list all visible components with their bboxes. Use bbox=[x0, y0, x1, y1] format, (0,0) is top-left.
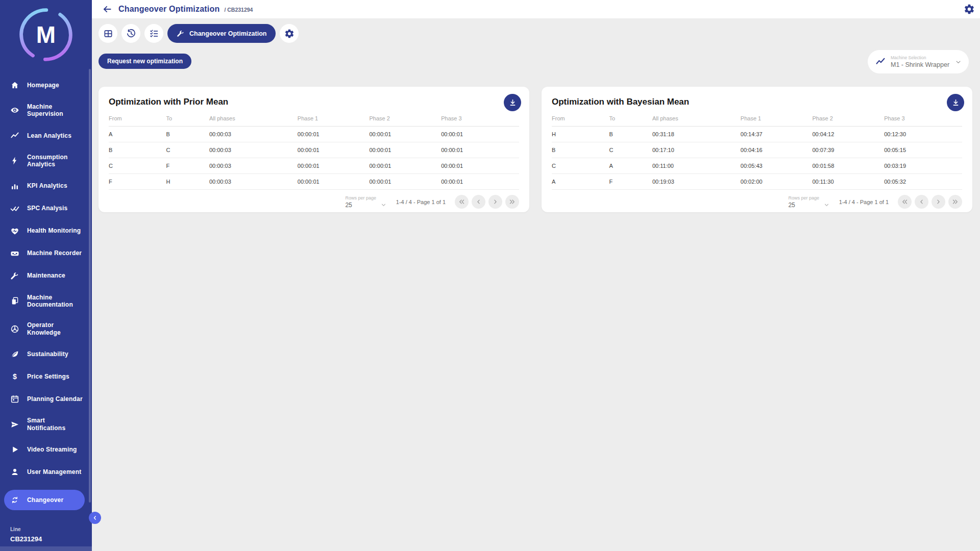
request-new-optimization-button[interactable]: Request new optimization bbox=[99, 54, 191, 69]
download-button[interactable] bbox=[504, 94, 521, 111]
sidebar-item-health-monitoring[interactable]: Health Monitoring bbox=[10, 227, 92, 236]
line-chart-icon bbox=[875, 57, 886, 67]
sidebar-item-video-streaming[interactable]: Video Streaming bbox=[10, 445, 92, 454]
sidebar-item-changeover[interactable]: Changeover bbox=[4, 490, 85, 510]
next-page-button[interactable] bbox=[932, 195, 945, 209]
sidebar-item-smart-notifications[interactable]: Smart Notifications bbox=[10, 417, 92, 432]
table-cell: 00:00:01 bbox=[298, 142, 370, 158]
next-page-button[interactable] bbox=[488, 195, 502, 209]
last-page-button[interactable] bbox=[505, 195, 519, 209]
sidebar-item-machine-supervision[interactable]: Machine Supervision bbox=[10, 103, 92, 118]
sidebar-scrollbar[interactable] bbox=[89, 69, 91, 503]
chevron-down-icon bbox=[380, 202, 387, 208]
sidebar-item-machine-recorder[interactable]: Machine Recorder bbox=[10, 249, 92, 258]
sidebar-item-homepage[interactable]: Homepage bbox=[10, 81, 92, 90]
table-row: BC00:17:1000:04:1600:07:3900:05:15 bbox=[552, 142, 962, 158]
sidebar-item-planning-calendar[interactable]: Planning Calendar bbox=[10, 394, 92, 404]
sidebar-item-machine-documentation[interactable]: Machine Documentation bbox=[10, 294, 92, 309]
rows-per-page-select[interactable]: Rows per page 25 bbox=[788, 195, 829, 209]
column-header: Phase 3 bbox=[884, 112, 962, 127]
table-cell: B bbox=[552, 142, 609, 158]
table-cell: B bbox=[166, 127, 209, 142]
dollar-icon: $ bbox=[10, 372, 19, 381]
checklist-icon bbox=[149, 29, 159, 39]
table-cell: A bbox=[609, 158, 652, 174]
sidebar-item-label: Lean Analytics bbox=[27, 132, 71, 139]
sidebar: M HomepageMachine SupervisionLean Analyt… bbox=[0, 0, 92, 551]
sidebar-item-label: User Management bbox=[27, 468, 81, 475]
last-page-button[interactable] bbox=[948, 195, 962, 209]
chevron-left-icon bbox=[91, 514, 99, 521]
card-title: Optimization with Prior Mean bbox=[109, 97, 519, 107]
table-cell: 00:17:10 bbox=[652, 142, 741, 158]
grid-view-icon bbox=[103, 29, 113, 39]
grid-view-button[interactable] bbox=[99, 24, 117, 43]
prev-page-button[interactable] bbox=[472, 195, 485, 209]
table-cell: 00:00:01 bbox=[298, 127, 370, 142]
column-header: Phase 1 bbox=[298, 112, 370, 127]
download-icon bbox=[508, 98, 517, 107]
sidebar-collapse-button[interactable] bbox=[89, 512, 101, 524]
table-cell: 00:00:01 bbox=[441, 127, 519, 142]
table-cell: A bbox=[552, 174, 609, 190]
sidebar-item-label: Operator Knowledge bbox=[27, 321, 84, 336]
sidebar-item-lean-analytics[interactable]: Lean Analytics bbox=[10, 131, 92, 140]
sidebar-item-user-management[interactable]: User Management bbox=[10, 467, 92, 477]
download-icon bbox=[951, 98, 960, 107]
sidebar-item-consumption-analytics[interactable]: Consumption Analytics bbox=[10, 154, 92, 168]
table-pagination: Rows per page 25 1-4 / 4 - Page 1 of 1 bbox=[109, 190, 519, 214]
checklist-button[interactable] bbox=[144, 24, 163, 43]
home-icon bbox=[10, 81, 19, 90]
sidebar-item-maintenance[interactable]: Maintenance bbox=[10, 271, 92, 281]
history-button[interactable] bbox=[121, 24, 140, 43]
table-cell: B bbox=[609, 127, 652, 142]
table-cell: 00:11:30 bbox=[813, 174, 885, 190]
prev-page-icon bbox=[918, 198, 925, 206]
column-header: Phase 2 bbox=[370, 112, 442, 127]
table-cell: H bbox=[552, 127, 609, 142]
sidebar-item-operator-knowledge[interactable]: Operator Knowledge bbox=[10, 321, 92, 336]
table-row: AF00:19:0300:02:0000:11:3000:05:32 bbox=[552, 174, 962, 190]
logo-letter: M bbox=[16, 5, 76, 64]
back-button[interactable] bbox=[102, 4, 112, 14]
gear-icon bbox=[964, 4, 975, 15]
sidebar-bottom-strip bbox=[0, 546, 92, 551]
sidebar-item-label: Consumption Analytics bbox=[27, 154, 84, 168]
calendar-icon bbox=[10, 394, 19, 404]
first-page-icon bbox=[901, 198, 909, 206]
rows-per-page-label: Rows per page bbox=[345, 195, 386, 201]
first-page-button[interactable] bbox=[898, 195, 912, 209]
prev-page-button[interactable] bbox=[915, 195, 928, 209]
column-header: All phases bbox=[652, 112, 741, 127]
card-title: Optimization with Bayesian Mean bbox=[552, 97, 962, 107]
breadcrumb: / CB231294 bbox=[224, 7, 253, 13]
sidebar-item-label: Price Settings bbox=[27, 373, 69, 380]
download-button[interactable] bbox=[947, 94, 964, 111]
header-settings-button[interactable] bbox=[964, 4, 975, 15]
changeover-icon bbox=[10, 495, 19, 505]
sidebar-item-label: Smart Notifications bbox=[27, 417, 84, 432]
first-page-button[interactable] bbox=[455, 195, 469, 209]
column-header: To bbox=[609, 112, 652, 127]
table-cell: F bbox=[166, 158, 209, 174]
toolbar-settings-button[interactable] bbox=[280, 24, 299, 43]
helm-icon bbox=[10, 324, 19, 334]
line-info: Line CB231294 bbox=[10, 527, 42, 543]
machine-selection-dropdown[interactable]: Machine Selection M1 - Shrink Wrapper bbox=[868, 50, 969, 73]
table-cell: 00:00:01 bbox=[441, 158, 519, 174]
sidebar-item-price-settings[interactable]: $Price Settings bbox=[10, 372, 92, 381]
table-header-row: FromToAll phasesPhase 1Phase 2Phase 3 bbox=[552, 112, 962, 127]
sidebar-item-kpi-analytics[interactable]: KPI Analytics bbox=[10, 182, 92, 191]
cards-row: Optimization with Prior Mean FromToAll p… bbox=[99, 87, 972, 212]
sidebar-item-spc-analysis[interactable]: SPC Analysis bbox=[10, 204, 92, 213]
line-chart-icon bbox=[10, 131, 19, 140]
table-cell: C bbox=[109, 158, 166, 174]
rows-per-page-select[interactable]: Rows per page 25 bbox=[345, 195, 386, 209]
sidebar-item-sustainability[interactable]: Sustainability bbox=[10, 349, 92, 359]
tab-changeover-optimization[interactable]: Changeover Optimization bbox=[167, 24, 276, 43]
sidebar-item-label: KPI Analytics bbox=[27, 182, 67, 189]
column-header: Phase 2 bbox=[813, 112, 885, 127]
wrench-icon bbox=[10, 271, 19, 281]
app-logo: M bbox=[16, 5, 76, 64]
column-header: Phase 3 bbox=[441, 112, 519, 127]
